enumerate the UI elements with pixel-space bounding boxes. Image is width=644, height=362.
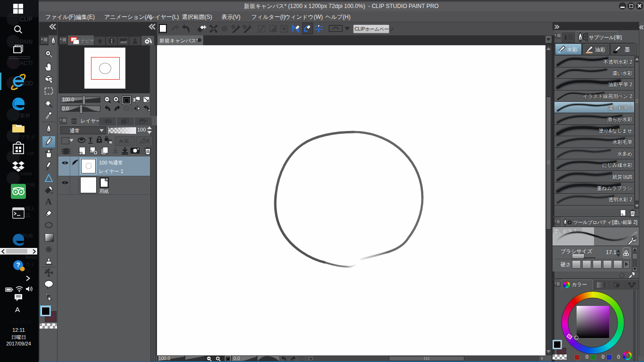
svg-text:?: ? (16, 261, 20, 269)
